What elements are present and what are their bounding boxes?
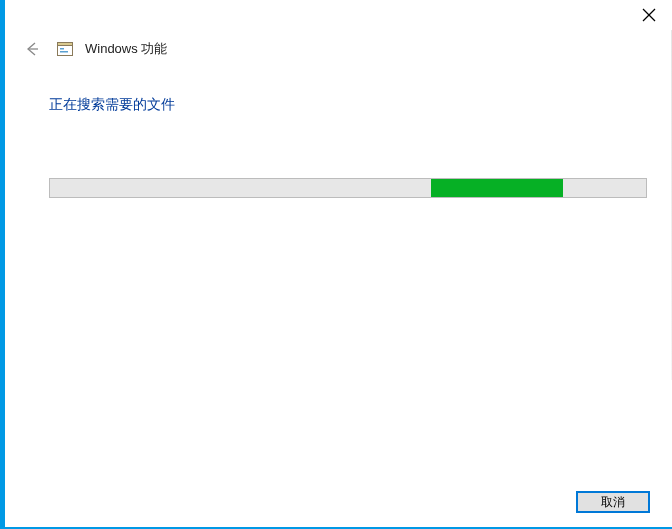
progress-bar xyxy=(49,178,647,198)
svg-rect-5 xyxy=(60,48,64,50)
svg-rect-4 xyxy=(58,43,73,46)
cancel-button[interactable]: 取消 xyxy=(576,491,650,513)
back-arrow-icon[interactable] xyxy=(21,38,43,60)
content-area: 正在搜索需要的文件 xyxy=(5,60,672,198)
header: Windows 功能 xyxy=(5,0,672,60)
close-button[interactable] xyxy=(642,8,656,22)
window-title: Windows 功能 xyxy=(85,40,167,58)
footer: 取消 xyxy=(576,491,650,513)
progress-bar-fill xyxy=(431,179,562,197)
cancel-button-label: 取消 xyxy=(601,494,625,511)
windows-features-icon xyxy=(57,41,73,57)
svg-rect-6 xyxy=(60,51,68,53)
status-text: 正在搜索需要的文件 xyxy=(49,96,628,114)
